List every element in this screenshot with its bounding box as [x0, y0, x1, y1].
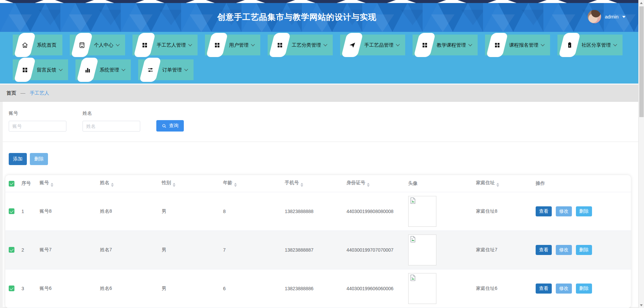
- grid-icon: [421, 42, 428, 49]
- sort-icons[interactable]: [173, 183, 175, 187]
- chevron-down-icon: [613, 42, 617, 46]
- cell-age: 7: [220, 230, 282, 269]
- sort-icons[interactable]: [51, 183, 53, 187]
- cell-phone: 13823888888: [282, 192, 344, 230]
- col-phone[interactable]: 手机号: [282, 175, 344, 192]
- query-button[interactable]: 查询: [156, 120, 184, 132]
- nav-item[interactable]: 订单管理: [138, 59, 194, 80]
- admin-user-menu[interactable]: admin: [588, 10, 626, 23]
- row-delete-button[interactable]: 删除: [576, 284, 592, 294]
- cell-id-number: 440300199707070007: [344, 230, 406, 269]
- nav-item[interactable]: 系统首页: [13, 35, 62, 55]
- nav-icon-badge: [341, 33, 363, 57]
- table-row: 3 账号6 姓名6 男 6 13823888886 44030019960606…: [5, 269, 631, 308]
- nav-icon-badge: [14, 58, 36, 82]
- cell-phone: 13823888887: [282, 230, 344, 269]
- nav-item-label: 个人中心: [94, 42, 113, 48]
- nav-item-label: 用户管理: [229, 42, 249, 48]
- nav-icon-badge: [139, 58, 161, 82]
- account-input[interactable]: [9, 121, 66, 132]
- nav-item[interactable]: 系统管理: [75, 59, 131, 80]
- vertical-scrollbar[interactable]: [638, 0, 644, 308]
- nav-item[interactable]: 手工艺人管理: [132, 35, 198, 55]
- sort-icons[interactable]: [234, 183, 237, 187]
- col-account[interactable]: 账号: [37, 175, 97, 192]
- nav-item-label: 手工艺人管理: [157, 42, 186, 48]
- row-delete-button[interactable]: 删除: [576, 206, 592, 216]
- col-actions: 操作: [533, 175, 631, 192]
- search-icon: [162, 123, 167, 129]
- nav-item[interactable]: 留言反馈: [13, 59, 68, 80]
- edit-button[interactable]: 修改: [556, 206, 572, 216]
- col-address[interactable]: 家庭住址: [473, 175, 533, 192]
- main-nav: 系统首页 个人中心 手工艺人管理 用户管理: [0, 32, 644, 84]
- chevron-down-icon: [121, 67, 125, 71]
- nav-row-1: 系统首页 个人中心 手工艺人管理 用户管理: [13, 35, 631, 55]
- name-input[interactable]: [83, 121, 140, 132]
- add-button[interactable]: 添加: [9, 153, 27, 165]
- select-all-checkbox[interactable]: [9, 181, 14, 187]
- cell-account: 账号8: [37, 192, 97, 230]
- breadcrumb: 首页 — 手工艺人: [0, 84, 644, 102]
- cell-phone: 13823888886: [282, 269, 344, 308]
- cell-gender: 男: [159, 269, 220, 308]
- row-checkbox[interactable]: [9, 247, 14, 253]
- edit-button[interactable]: 修改: [556, 245, 572, 255]
- nav-item[interactable]: 工艺分类管理: [268, 35, 333, 55]
- row-delete-button[interactable]: 删除: [576, 245, 592, 255]
- sort-icons[interactable]: [367, 183, 370, 187]
- grid-icon: [276, 42, 283, 49]
- scroll-up-button[interactable]: [639, 0, 644, 6]
- nav-item-label: 订单管理: [162, 67, 182, 73]
- nav-icon-badge: [269, 33, 291, 57]
- view-button[interactable]: 查看: [536, 206, 552, 216]
- nav-item[interactable]: 用户管理: [205, 35, 260, 55]
- row-checkbox[interactable]: [9, 286, 14, 291]
- table-header-row: 序号 账号 姓名 性别 年龄 手机号 身份证号 头像 家庭住址 操作: [5, 175, 631, 192]
- breadcrumb-current-link[interactable]: 手工艺人: [30, 90, 49, 96]
- col-id-number[interactable]: 身份证号: [344, 175, 406, 192]
- col-gender[interactable]: 性别: [159, 175, 220, 192]
- artisan-table: 序号 账号 姓名 性别 年龄 手机号 身份证号 头像 家庭住址 操作 1 账号8…: [5, 175, 631, 308]
- clipboard-icon: [566, 42, 573, 49]
- account-label: 账号: [9, 110, 66, 116]
- grid-icon: [214, 42, 221, 49]
- row-checkbox[interactable]: [9, 208, 14, 214]
- view-button[interactable]: 查看: [536, 284, 552, 294]
- view-button[interactable]: 查看: [536, 245, 552, 255]
- nav-item[interactable]: 手工艺品管理: [340, 35, 405, 55]
- app-title: 创意手工艺品集市与教学网站的设计与实现: [0, 0, 594, 32]
- bar-chart-icon: [84, 66, 91, 73]
- arrow-down-icon: [640, 304, 643, 306]
- scrollbar-thumb[interactable]: [639, 6, 644, 117]
- delete-button[interactable]: 删除: [30, 153, 48, 165]
- cell-name: 姓名8: [97, 192, 159, 230]
- admin-username: admin: [605, 14, 619, 19]
- sort-icons[interactable]: [111, 183, 114, 187]
- sliders-icon: [147, 66, 154, 73]
- nav-item-label: 工艺分类管理: [292, 42, 321, 48]
- nav-item[interactable]: 个人中心: [70, 35, 125, 55]
- col-age[interactable]: 年龄: [220, 175, 282, 192]
- sort-icons[interactable]: [496, 183, 499, 187]
- nav-item[interactable]: 教学课程管理: [413, 35, 478, 55]
- cell-id-number: 440300199808080008: [344, 192, 406, 230]
- table-toolbar: 添加 删除: [9, 153, 638, 165]
- nav-item[interactable]: 课程报名管理: [485, 35, 550, 55]
- nav-item-label: 教学课程管理: [437, 42, 466, 48]
- cell-account: 账号7: [37, 230, 97, 269]
- col-name[interactable]: 姓名: [97, 175, 159, 192]
- account-field-group: 账号: [9, 110, 66, 132]
- edit-button[interactable]: 修改: [556, 284, 572, 294]
- chevron-down-icon: [59, 67, 62, 71]
- cell-gender: 男: [159, 230, 220, 269]
- search-panel: 账号 姓名 查询: [3, 102, 638, 142]
- sort-icons[interactable]: [301, 183, 303, 187]
- nav-item[interactable]: 社区分享管理: [557, 35, 623, 55]
- scroll-down-button[interactable]: [639, 302, 644, 308]
- col-avatar: 头像: [406, 175, 473, 192]
- grid-icon: [494, 42, 501, 49]
- chevron-down-icon: [541, 42, 544, 46]
- cell-address: 家庭住址6: [473, 269, 533, 308]
- breadcrumb-home-link[interactable]: 首页: [6, 90, 16, 96]
